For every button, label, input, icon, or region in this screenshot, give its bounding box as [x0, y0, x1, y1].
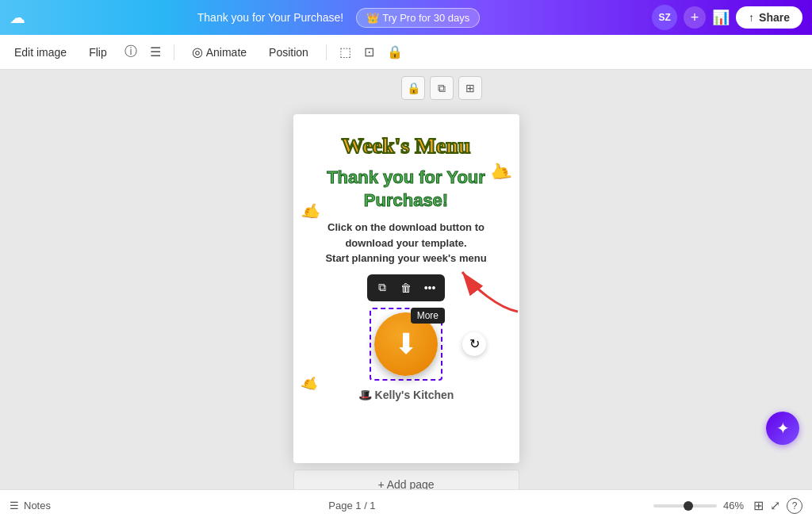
hand-emoji-left: 🤙	[298, 198, 324, 223]
transparency-icon[interactable]: ⬚	[339, 44, 351, 59]
header-center: Thank you for Your Purchase! 👑 Try Pro f…	[197, 8, 481, 28]
position-label: Position	[269, 46, 308, 59]
help-icon[interactable]: ?	[787, 498, 802, 514]
cloud-icon[interactable]: ☁	[10, 8, 25, 27]
more-tooltip: More	[411, 308, 445, 324]
notes-label: Notes	[24, 500, 51, 511]
rotate-handle[interactable]: ↻	[462, 332, 486, 356]
header: ☁ Thank you for Your Purchase! 👑 Try Pro…	[0, 0, 812, 35]
download-arrow-icon: ⬇	[394, 330, 418, 358]
share-label: Share	[759, 11, 790, 24]
delete-element-button[interactable]: 🗑	[396, 278, 416, 298]
toolbar-divider-1	[174, 44, 174, 60]
canvas-copy-icon[interactable]: ⧉	[430, 76, 454, 100]
status-right: 46% ⊞ ⤢ ?	[653, 498, 802, 514]
element-mini-toolbar: ⧉ 🗑 ••• More	[367, 274, 445, 301]
info-icon[interactable]: ⓘ	[124, 44, 137, 60]
status-bar: ☰ Notes Page 1 / 1 46% ⊞ ⤢ ?	[0, 489, 812, 521]
try-pro-button[interactable]: 👑 Try Pro for 30 days	[356, 8, 480, 28]
zoom-controls: 46%	[653, 500, 744, 511]
page-label: Page 1 / 1	[328, 500, 375, 511]
edit-image-label: Edit image	[14, 46, 67, 59]
plus-button[interactable]: +	[684, 6, 706, 29]
more-element-button[interactable]: •••	[419, 278, 440, 298]
toolbar: Edit image Flip ⓘ ☰ ◎ Animate Position ⬚…	[0, 35, 812, 70]
header-right: SZ + 📊 ↑ Share	[652, 5, 802, 30]
canvas-resize-icon[interactable]: ⊞	[458, 76, 482, 100]
crop-icon[interactable]: ⊡	[364, 44, 374, 59]
lock-icon[interactable]: 🔒	[387, 44, 403, 59]
zoom-thumb	[684, 501, 693, 511]
hand-emoji-top-right: 🤙	[487, 159, 514, 186]
view-options: ⊞ ⤢ ?	[753, 498, 802, 514]
hat-emoji: 🎩	[358, 389, 372, 401]
footer-label: Kelly's Kitchen	[375, 389, 454, 401]
thank-you-text: Thank you for YourPurchase!	[327, 167, 485, 212]
add-page-button[interactable]: + Add page	[293, 469, 519, 489]
analytics-icon[interactable]: 📊	[712, 9, 730, 26]
share-icon: ↑	[749, 11, 754, 24]
try-pro-label: Try Pro for 30 days	[382, 12, 469, 24]
menu-icon[interactable]: ☰	[150, 44, 161, 59]
flip-label: Flip	[89, 46, 107, 59]
toolbar-divider-2	[326, 44, 327, 60]
magic-button[interactable]: ✦	[766, 412, 799, 445]
thank-you-message: Thank you for Your Purchase!	[197, 11, 343, 24]
grid-view-icon[interactable]: ⊞	[753, 498, 764, 513]
animate-label: Animate	[206, 46, 247, 59]
edit-image-button[interactable]: Edit image	[10, 43, 71, 62]
download-element-wrapper: ⧉ 🗑 ••• More ⬇	[367, 274, 445, 381]
fullscreen-icon[interactable]: ⤢	[770, 498, 780, 513]
header-left: ☁	[10, 8, 25, 27]
design-canvas: 🤙 🤙 🤙 Week's Menu Thank you for YourPurc…	[293, 114, 519, 463]
flip-button[interactable]: Flip	[84, 43, 112, 62]
zoom-percent: 46%	[723, 500, 744, 511]
notes-icon: ☰	[10, 500, 19, 511]
page-indicator: Page 1 / 1	[328, 500, 375, 511]
position-button[interactable]: Position	[264, 43, 313, 62]
canvas-top-toolbar: 🔒 ⧉ ⊞	[401, 76, 482, 100]
canvas-area: 🔒 ⧉ ⊞ 🤙 🤙 🤙 Week's Menu Thank you for Yo…	[0, 70, 812, 489]
hand-emoji-bottom-left: 🤙	[297, 371, 321, 395]
red-arrow-svg	[450, 264, 530, 320]
zoom-slider[interactable]	[653, 504, 717, 508]
body-text: Click on the download button to download…	[325, 220, 486, 266]
canvas-lock-icon[interactable]: 🔒	[401, 76, 425, 100]
canvas-title: Week's Menu	[342, 133, 471, 159]
copy-element-button[interactable]: ⧉	[372, 278, 393, 298]
animate-icon: ◎	[192, 44, 203, 59]
share-button[interactable]: ↑ Share	[736, 6, 802, 29]
notes-section[interactable]: ☰ Notes	[10, 500, 51, 511]
animate-button[interactable]: ◎ Animate	[187, 41, 251, 63]
footer-text: 🎩 Kelly's Kitchen	[358, 389, 454, 401]
avatar[interactable]: SZ	[652, 5, 677, 30]
crown-icon: 👑	[366, 12, 379, 24]
